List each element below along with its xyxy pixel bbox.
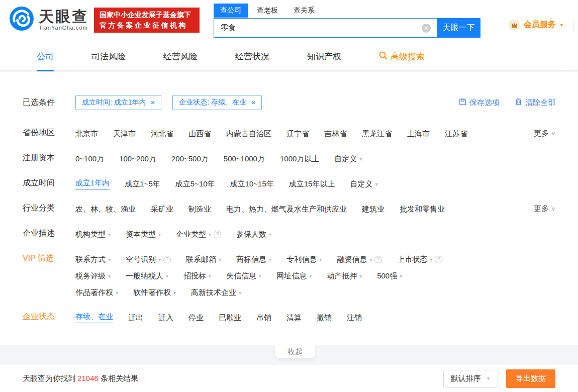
chevron-down-icon: ▾ bbox=[309, 273, 312, 279]
search-button[interactable]: 天眼一下 bbox=[437, 18, 480, 38]
filter-option[interactable]: 已歇业 bbox=[219, 313, 241, 323]
filter-option[interactable]: 农、林、牧、渔业 bbox=[75, 205, 136, 214]
filter-option[interactable]: 天津市 bbox=[113, 129, 136, 139]
filter-option[interactable]: 清算 bbox=[286, 313, 302, 323]
filter-option[interactable]: 自定义▾ bbox=[350, 179, 377, 189]
filter-option[interactable]: 商标信息▾ bbox=[236, 255, 271, 264]
filter-option[interactable]: 上海市 bbox=[407, 129, 430, 139]
more-label: 更多 bbox=[534, 204, 549, 214]
filter-option[interactable]: 200~500万 bbox=[171, 154, 209, 164]
selected-filter-chip[interactable]: 企业状态: 存续、在业× bbox=[172, 95, 262, 110]
filter-option[interactable]: 吊销 bbox=[256, 313, 271, 323]
advanced-search-link[interactable]: 高级搜索 bbox=[379, 51, 425, 62]
help-icon[interactable]: ? bbox=[435, 256, 442, 263]
nav-tab-2[interactable]: 司法风险 bbox=[91, 43, 126, 71]
nav-tab-1[interactable]: 公司 bbox=[37, 43, 54, 71]
filter-option[interactable]: 存续、在业 bbox=[75, 312, 113, 323]
chevron-down-icon: ▼ bbox=[559, 23, 564, 28]
filter-option[interactable]: 0~100万 bbox=[75, 154, 104, 164]
member-services[interactable]: 会员服务 ▼ bbox=[509, 19, 564, 31]
clear-all-button[interactable]: 清除全部 bbox=[515, 98, 555, 108]
filter-option[interactable]: 成立1年内 bbox=[75, 178, 110, 189]
export-data-button[interactable]: 导出数据 bbox=[506, 369, 555, 388]
filter-option[interactable]: 空号识别▾? bbox=[126, 255, 171, 264]
nav-tab-5[interactable]: 知识产权 bbox=[307, 43, 341, 71]
chip-close-icon[interactable]: × bbox=[151, 99, 155, 106]
filter-option[interactable]: 撤销 bbox=[317, 313, 332, 323]
filter-option[interactable]: 成立15年以上 bbox=[289, 179, 335, 189]
search-input[interactable] bbox=[214, 19, 437, 37]
filter-option[interactable]: 资本类型▾ bbox=[126, 230, 161, 239]
filter-option[interactable]: 自定义▾ bbox=[334, 154, 362, 164]
filter-option[interactable]: 企业类型▾? bbox=[176, 230, 221, 239]
collapse-filters-button[interactable]: 收起 bbox=[275, 345, 315, 358]
tianyancha-logo[interactable]: 天眼查 TianYanCha.com bbox=[9, 6, 88, 33]
filter-option[interactable]: 吉林省 bbox=[324, 129, 347, 139]
filter-option[interactable]: 迁入 bbox=[158, 313, 173, 323]
filter-option[interactable]: 专利信息▾ bbox=[286, 255, 322, 264]
filter-option-label: 迁入 bbox=[158, 313, 173, 323]
filter-option-label: 网址信息 bbox=[276, 271, 307, 281]
filter-option[interactable]: 辽宁省 bbox=[286, 129, 309, 139]
filter-line: 0~100万100~200万200~500万500~1000万1000万以上自定… bbox=[75, 153, 555, 165]
selected-filter-chip[interactable]: 成立时间: 成立1年内× bbox=[75, 95, 161, 110]
filter-option[interactable]: 500强▾ bbox=[377, 271, 402, 281]
filter-option[interactable]: 软件著作权▾ bbox=[133, 288, 176, 298]
filter-option[interactable]: 电力、热力、燃气及水生产和供应业 bbox=[226, 205, 347, 214]
filter-option[interactable]: 内蒙古自治区 bbox=[226, 129, 271, 139]
filter-option[interactable]: 1000万以上 bbox=[280, 154, 319, 164]
nav-tab-3[interactable]: 经营风险 bbox=[163, 43, 198, 71]
filter-option[interactable]: 联系邮箱▾ bbox=[186, 255, 221, 264]
filter-option[interactable]: 批发和零售业 bbox=[400, 205, 445, 214]
filter-option[interactable]: 成立5~10年 bbox=[175, 179, 215, 189]
help-icon[interactable]: ? bbox=[374, 256, 382, 263]
filter-option[interactable]: 制造业 bbox=[188, 205, 211, 214]
selected-conditions-label: 已选条件 bbox=[23, 97, 75, 108]
filter-option[interactable]: 高新技术企业▾ bbox=[191, 288, 241, 298]
filter-option[interactable]: 成立10~15年 bbox=[230, 179, 274, 189]
filter-option[interactable]: 黑龙江省 bbox=[362, 129, 392, 139]
nav-tab-4[interactable]: 经营状况 bbox=[235, 43, 269, 71]
filter-option[interactable]: 一般纳税人▾ bbox=[126, 271, 168, 281]
chevron-down-icon: ▾ bbox=[369, 257, 372, 262]
filter-option[interactable]: 失信信息▾ bbox=[226, 271, 261, 281]
filter-option[interactable]: 500~1000万 bbox=[224, 154, 265, 164]
chip-close-icon[interactable]: × bbox=[251, 99, 255, 106]
filter-option[interactable]: 税务评级▾ bbox=[75, 271, 111, 281]
save-options-button[interactable]: 保存选项 bbox=[459, 98, 500, 108]
filter-option[interactable]: 注销 bbox=[347, 313, 362, 323]
filter-option[interactable]: 机构类型▾ bbox=[75, 230, 111, 239]
filter-row: 企业状态存续、在业迁出迁入停业已歇业吊销清算撤销注销 bbox=[23, 312, 555, 324]
filter-option[interactable]: 参保人数▾ bbox=[236, 230, 271, 239]
filter-option[interactable]: 100~200万 bbox=[119, 154, 156, 164]
filter-option[interactable]: 停业 bbox=[188, 313, 204, 323]
filter-option[interactable]: 动产抵押▾ bbox=[327, 271, 362, 281]
filter-option-label: 成立1~5年 bbox=[125, 179, 160, 189]
filter-option[interactable]: 融资信息▾? bbox=[337, 255, 382, 264]
filter-option[interactable]: 山西省 bbox=[188, 129, 211, 139]
filter-option[interactable]: 招投标▾ bbox=[183, 271, 211, 281]
clear-search-icon[interactable]: ✕ bbox=[422, 24, 431, 33]
search-tab-2[interactable]: 查老板 bbox=[250, 4, 284, 18]
filter-option[interactable]: 建筑业 bbox=[362, 205, 384, 214]
filter-option-label: 200~500万 bbox=[171, 154, 209, 164]
filter-option-label: 电力、热力、燃气及水生产和供应业 bbox=[226, 205, 347, 214]
filter-option[interactable]: 上市状态▾? bbox=[397, 255, 442, 264]
search-tab-3[interactable]: 查关系 bbox=[287, 4, 321, 18]
filter-option[interactable]: 迁出 bbox=[128, 313, 143, 323]
filter-option[interactable]: 江苏省 bbox=[445, 129, 467, 139]
more-link[interactable]: 更多∨ bbox=[534, 204, 555, 214]
help-icon[interactable]: ? bbox=[163, 256, 171, 263]
filter-option[interactable]: 北京市 bbox=[75, 129, 98, 139]
filter-option-label: 100~200万 bbox=[119, 154, 156, 164]
help-icon[interactable]: ? bbox=[214, 231, 221, 238]
filter-option[interactable]: 采矿业 bbox=[151, 205, 173, 214]
filter-option[interactable]: 联系方式▾ bbox=[75, 255, 111, 264]
sort-dropdown[interactable]: 默认排序 ▼ bbox=[443, 370, 498, 387]
filter-option[interactable]: 作品著作权▾ bbox=[75, 288, 118, 298]
more-link[interactable]: 更多∨ bbox=[534, 129, 555, 138]
filter-option[interactable]: 成立1~5年 bbox=[125, 179, 160, 189]
search-tab-1[interactable]: 查公司 bbox=[214, 4, 248, 18]
filter-option[interactable]: 河北省 bbox=[151, 129, 173, 139]
filter-option[interactable]: 网址信息▾ bbox=[276, 271, 312, 281]
